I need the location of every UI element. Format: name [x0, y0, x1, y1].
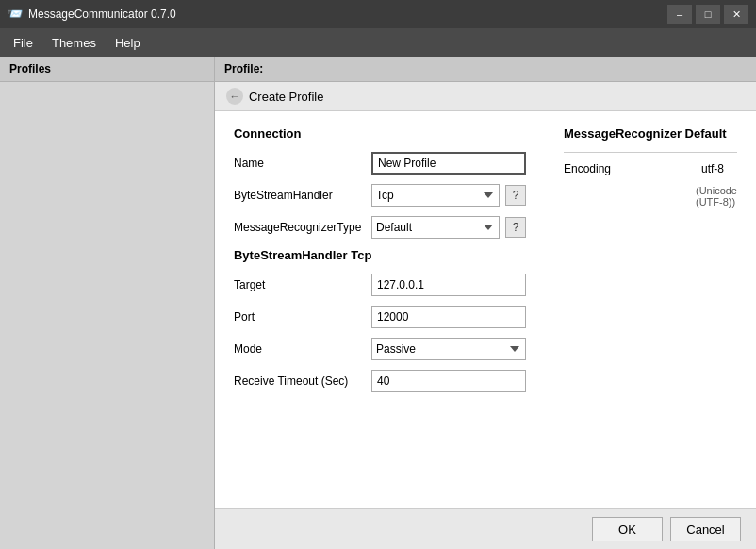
bsh-tcp-section-title: ByteStreamHandler Tcp [234, 248, 526, 262]
encoding-label: Encoding [564, 162, 696, 175]
byte-stream-handler-row: ByteStreamHandler Tcp Udp Serial ? [234, 184, 526, 207]
right-panel: Profile: ← Create Profile Connection Nam… [215, 57, 756, 549]
left-column: Connection Name ByteStreamHandler Tcp Ud… [234, 126, 526, 402]
bottom-bar: OK Cancel [215, 508, 756, 549]
message-recognizer-type-help-button[interactable]: ? [505, 217, 526, 238]
name-label: Name [234, 157, 366, 170]
menu-help[interactable]: Help [106, 32, 150, 54]
target-label: Target [234, 278, 366, 291]
port-row: Port [234, 306, 526, 328]
create-profile-title: Create Profile [249, 90, 323, 104]
create-profile-area: ← Create Profile Connection Name [215, 82, 756, 549]
right-column: MessageRecognizer Default Encoding utf-8… [564, 126, 737, 402]
maximize-button[interactable]: □ [696, 5, 720, 24]
title-bar-controls: – □ ✕ [667, 5, 748, 24]
profiles-header: Profiles [0, 57, 214, 82]
mode-label: Mode [234, 342, 366, 356]
encoding-row: Encoding utf-8 [564, 162, 737, 175]
mode-select[interactable]: Passive Active [371, 338, 526, 360]
receive-timeout-label: Receive Timeout (Sec) [234, 374, 366, 388]
close-button[interactable]: ✕ [724, 5, 748, 24]
menu-themes[interactable]: Themes [42, 32, 106, 54]
main-container: Profiles Profile: ← Create Profile Conne… [0, 57, 756, 549]
encoding-value: utf-8 [701, 162, 724, 175]
receive-timeout-input[interactable] [371, 370, 526, 392]
left-panel: Profiles [0, 57, 215, 549]
app-icon: 📨 [8, 7, 23, 22]
mode-row: Mode Passive Active [234, 338, 526, 360]
bsh-tcp-section: ByteStreamHandler Tcp Target Port [234, 248, 526, 392]
title-bar-left: 📨 MessageCommunicator 0.7.0 [8, 7, 176, 22]
profile-header: Profile: [215, 57, 756, 82]
message-recognizer-type-row: MessageRecognizerType Default ? [234, 216, 526, 239]
port-label: Port [234, 310, 366, 324]
port-input[interactable] [371, 306, 526, 328]
message-recognizer-type-select[interactable]: Default [371, 216, 500, 239]
byte-stream-handler-help-button[interactable]: ? [505, 185, 526, 206]
target-row: Target [234, 274, 526, 296]
receive-timeout-row: Receive Timeout (Sec) [234, 370, 526, 392]
menu-file[interactable]: File [4, 32, 42, 54]
create-profile-header: ← Create Profile [215, 82, 756, 111]
menu-bar: File Themes Help [0, 28, 756, 57]
back-button[interactable]: ← [226, 88, 243, 105]
message-recognizer-type-label: MessageRecognizerType [234, 221, 366, 234]
byte-stream-handler-select[interactable]: Tcp Udp Serial [371, 184, 500, 207]
target-input[interactable] [371, 274, 526, 296]
name-input[interactable] [371, 152, 526, 175]
name-row: Name [234, 152, 526, 175]
recognizer-section-title: MessageRecognizer Default [564, 126, 737, 141]
connection-section-title: Connection [234, 126, 526, 141]
cancel-button[interactable]: Cancel [670, 517, 741, 541]
byte-stream-handler-label: ByteStreamHandler [234, 189, 366, 202]
recognizer-divider [564, 152, 737, 153]
two-column-layout: Connection Name ByteStreamHandler Tcp Ud… [234, 126, 737, 402]
form-body: Connection Name ByteStreamHandler Tcp Ud… [215, 111, 756, 508]
app-title: MessageCommunicator 0.7.0 [28, 8, 176, 21]
ok-button[interactable]: OK [592, 517, 663, 541]
encoding-note: (Unicode (UTF-8)) [696, 185, 737, 208]
title-bar: 📨 MessageCommunicator 0.7.0 – □ ✕ [0, 0, 756, 28]
minimize-button[interactable]: – [667, 5, 692, 24]
